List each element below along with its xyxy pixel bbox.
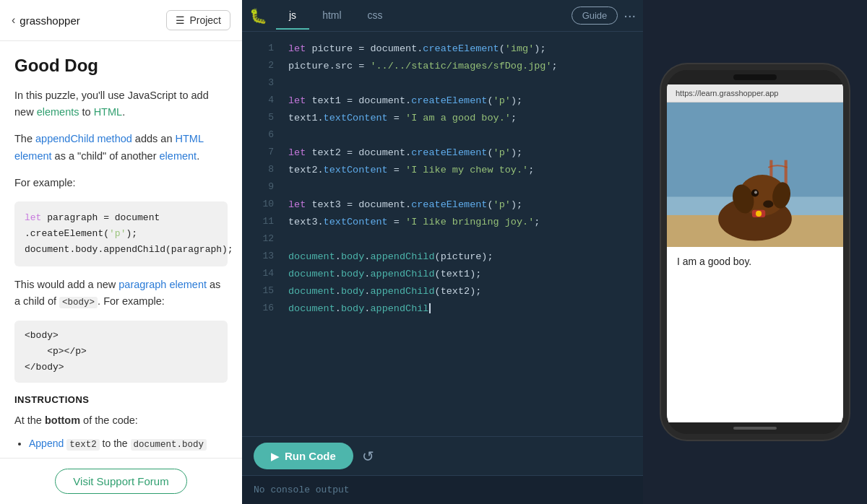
tab-css[interactable]: css (355, 2, 396, 30)
svg-point-13 (756, 211, 762, 217)
lesson-para1: The appendChild method adds an HTML elem… (14, 131, 228, 164)
code-editor-panel: 🐛 js html css Guide ··· 1 let picture = … (242, 0, 643, 504)
left-header: ‹ grasshopper ☰ Project (0, 0, 242, 41)
svg-point-11 (754, 191, 757, 194)
phone-screen: https://learn.grasshopper.app (667, 84, 843, 422)
phone-frame: https://learn.grasshopper.app (661, 64, 849, 440)
svg-point-9 (763, 201, 773, 208)
list-icon: ☰ (176, 14, 185, 26)
code-line: 6 (242, 127, 643, 144)
code-line: 15 document.body.appendChild(text2); (242, 283, 643, 300)
phone-caption: I am a good boy. (667, 247, 843, 276)
tab-js[interactable]: js (276, 2, 309, 30)
instruction-item-1: Append text2 to the document.body (29, 436, 228, 452)
instructions-label: INSTRUCTIONS (14, 394, 228, 405)
instructions-text: At the bottom of the code: (14, 412, 228, 429)
more-button[interactable]: ··· (624, 7, 636, 24)
code-line: 14 document.body.appendChild(text1); (242, 266, 643, 283)
dog-image (667, 103, 843, 247)
code-line: 5 text1.textContent = 'I am a good boy.'… (242, 110, 643, 127)
code-line: 10 let text3 = document.createElement('p… (242, 196, 643, 214)
editor-footer: ▶ Run Code ↺ (242, 436, 643, 475)
append-link-1[interactable]: Append (29, 438, 64, 449)
project-label: Project (189, 14, 221, 26)
appendchild-link[interactable]: appendChild method (35, 133, 132, 144)
elements-link[interactable]: elements (37, 106, 79, 118)
html-link[interactable]: HTML (94, 106, 122, 118)
element-link[interactable]: element (160, 150, 197, 162)
code-line: 12 (242, 231, 643, 248)
code-line: 9 (242, 179, 643, 196)
bug-icon: 🐛 (249, 7, 267, 25)
phone-preview-panel: https://learn.grasshopper.app (643, 0, 867, 504)
code-line: 3 (242, 75, 643, 92)
phone-bottom-bar (667, 422, 843, 434)
editor-tabs: 🐛 js html css Guide ··· (242, 0, 643, 32)
lesson-intro: In this puzzle, you'll use JavaScript to… (14, 87, 228, 121)
run-code-button[interactable]: ▶ Run Code (254, 443, 353, 469)
back-button[interactable]: ‹ grasshopper (12, 14, 80, 27)
app-title: grasshopper (20, 14, 79, 27)
code-line: 1 let picture = document.createElement('… (242, 40, 643, 58)
phone-home-indicator (733, 427, 777, 430)
project-button[interactable]: ☰ Project (166, 10, 230, 30)
guide-button[interactable]: Guide (571, 6, 618, 25)
lesson-title: Good Dog (14, 56, 228, 76)
cursor (429, 303, 431, 313)
code-example: let paragraph = document .createElement(… (14, 201, 228, 266)
code-line: 13 document.body.appendChild(picture); (242, 248, 643, 266)
play-icon: ▶ (271, 451, 279, 462)
support-forum-button[interactable]: Visit Support Forum (55, 469, 186, 494)
code-line: 11 text3.textContent = 'I like bringing … (242, 214, 643, 231)
code-line: 2 picture.src = '../../static/images/sfD… (242, 58, 643, 75)
lesson-para2: This would add a new paragraph element a… (14, 277, 228, 310)
back-icon: ‹ (12, 14, 15, 27)
code-editor[interactable]: 1 let picture = document.createElement('… (242, 32, 643, 436)
html-example: <body> <p></p> </body> (14, 321, 228, 383)
code-line: 7 let text2 = document.createElement('p'… (242, 144, 643, 162)
left-panel: ‹ grasshopper ☰ Project Good Dog In this… (0, 0, 242, 504)
paragraph-element-link[interactable]: paragraph element (118, 279, 207, 290)
console-bar: No console output (242, 475, 643, 504)
phone-notch (733, 74, 777, 80)
support-label: Visit Support Forum (73, 475, 168, 487)
phone-notch-area (667, 70, 843, 84)
phone-content: I am a good boy. (667, 103, 843, 422)
example-label: For example: (14, 175, 228, 191)
reset-button[interactable]: ↺ (362, 448, 374, 465)
run-label: Run Code (285, 450, 336, 462)
code-line: 4 let text1 = document.createElement('p'… (242, 92, 643, 110)
left-footer: Visit Support Forum (0, 458, 242, 504)
code-line: 16 document.body.appendChil (242, 300, 643, 318)
lesson-content: Good Dog In this puzzle, you'll use Java… (0, 41, 242, 504)
tab-html[interactable]: html (309, 2, 354, 30)
phone-url-bar: https://learn.grasshopper.app (667, 84, 843, 103)
console-output: No console output (254, 485, 350, 495)
code-line: 8 text2.textContent = 'I like my chew to… (242, 162, 643, 179)
